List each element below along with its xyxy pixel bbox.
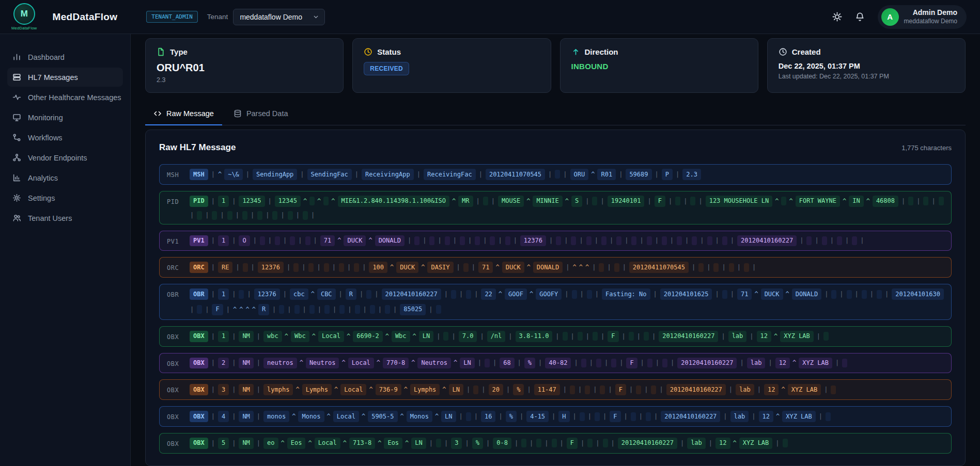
field-value-chip[interactable]: F [608, 331, 618, 342]
field-value-chip[interactable]: 85025 [400, 304, 426, 315]
field-value-chip[interactable]: 3 [218, 384, 229, 395]
field-value-chip[interactable]: 7.0 [459, 331, 477, 342]
field-value-chip[interactable]: RE [218, 262, 232, 273]
field-value-chip[interactable]: Monos [407, 411, 432, 422]
field-value-chip[interactable]: 16 [481, 411, 495, 422]
field-value-chip[interactable]: P [662, 169, 673, 180]
sidebar-item-analytics[interactable]: Analytics [7, 168, 123, 187]
field-value-chip[interactable]: SendingFac [307, 169, 352, 180]
field-value-chip[interactable]: neutros [263, 358, 297, 369]
field-value-chip[interactable]: 20120411070545 [486, 169, 545, 180]
field-value-chip[interactable]: 2.3 [682, 169, 701, 180]
field-value-chip[interactable]: Wbc [291, 331, 309, 342]
segment-name-chip[interactable]: ORC [190, 262, 208, 273]
field-value-chip[interactable]: F [615, 384, 626, 395]
field-value-chip[interactable]: % [524, 358, 535, 369]
field-value-chip[interactable]: 201204101630 [892, 288, 944, 300]
field-value-chip[interactable]: 0-8 [493, 438, 511, 449]
field-value-chip[interactable]: 6690-2 [353, 331, 382, 342]
field-value-chip[interactable]: XYZ LAB [799, 358, 832, 369]
field-value-chip[interactable]: MINNIE [533, 196, 562, 207]
field-value-chip[interactable]: 5 [218, 438, 229, 449]
field-value-chip[interactable]: 71 [478, 262, 493, 273]
field-value-chip[interactable]: ORU [570, 169, 589, 180]
sidebar-item-monitoring[interactable]: Monitoring [7, 108, 123, 127]
field-value-chip[interactable]: lymphs [263, 384, 293, 395]
field-value-chip[interactable]: CBC [317, 288, 336, 300]
segment-name-chip[interactable]: OBX [190, 411, 208, 422]
field-value-chip[interactable]: O [239, 235, 250, 247]
field-value-chip[interactable]: 123 MOUSEHOLE LN [706, 196, 773, 207]
field-value-chip[interactable]: 100 [369, 262, 387, 273]
field-value-chip[interactable]: Lymphs [302, 384, 332, 395]
field-value-chip[interactable]: Local [333, 411, 359, 422]
field-value-chip[interactable]: DASIY [427, 262, 453, 273]
field-value-chip[interactable]: lab [736, 384, 754, 395]
field-value-chip[interactable]: GOOFY [536, 288, 562, 300]
field-value-chip[interactable]: cbc [290, 288, 308, 300]
field-value-chip[interactable]: F [626, 358, 637, 369]
field-value-chip[interactable]: S [571, 196, 582, 207]
segment-row-obx[interactable]: OBXOBX|1|NM|wbc^Wbc^Local^6690-2^Wbc^LN|… [159, 326, 952, 347]
field-value-chip[interactable]: 1 [218, 331, 229, 342]
sidebar-item-workflows[interactable]: Workflows [7, 128, 123, 147]
segment-name-chip[interactable]: OBX [190, 358, 208, 369]
field-value-chip[interactable]: LN [449, 384, 463, 395]
sidebar-item-hl7-messages[interactable]: HL7 Messages [7, 68, 123, 87]
field-value-chip[interactable]: 713-8 [349, 438, 375, 449]
field-value-chip[interactable]: 12 [775, 358, 790, 369]
field-value-chip[interactable]: Local [315, 438, 340, 449]
field-value-chip[interactable]: 12345 [275, 196, 301, 207]
segment-row-obr[interactable]: OBROBR|1||12376|cbc^CBC|R||2012041016022… [159, 284, 952, 320]
field-value-chip[interactable]: % [513, 384, 524, 395]
field-value-chip[interactable]: Eos [287, 438, 306, 449]
user-menu[interactable]: A Admin Demo meddataflow Demo [878, 5, 967, 29]
field-value-chip[interactable]: 12 [759, 411, 773, 422]
field-value-chip[interactable]: F [655, 196, 665, 207]
segment-row-obx[interactable]: OBXOBX|3|NM|lymphs^Lymphs^Local^736-9^Ly… [159, 379, 952, 400]
segment-name-chip[interactable]: MSH [190, 169, 208, 180]
field-value-chip[interactable]: Local [340, 384, 366, 395]
field-value-chip[interactable]: 1 [218, 235, 229, 247]
field-value-chip[interactable]: 12 [764, 384, 779, 395]
segment-row-obx[interactable]: OBXOBX|4|NM|monos^Monos^Local^5905-5^Mon… [159, 406, 952, 427]
field-value-chip[interactable]: 20120410160227 [677, 358, 737, 369]
field-value-chip[interactable]: Wbc [392, 331, 410, 342]
field-value-chip[interactable]: 736-9 [376, 384, 401, 395]
field-value-chip[interactable]: 20120410160227 [659, 331, 718, 342]
field-value-chip[interactable]: Local [348, 358, 374, 369]
field-value-chip[interactable]: Lymphs [410, 384, 440, 395]
field-value-chip[interactable]: LN [460, 358, 474, 369]
segment-row-orc[interactable]: ORCORC|RE||12376||||||100^DUCK^DASIY||71… [159, 257, 952, 278]
segment-name-chip[interactable]: OBX [190, 384, 208, 395]
field-value-chip[interactable]: 2 [218, 358, 229, 369]
field-value-chip[interactable]: F [610, 411, 620, 422]
field-value-chip[interactable]: lab [730, 411, 749, 422]
field-value-chip[interactable]: 20120410160227 [661, 411, 720, 422]
field-value-chip[interactable]: 1 [218, 288, 229, 300]
field-value-chip[interactable]: 201204101625 [660, 288, 712, 300]
field-value-chip[interactable]: % [506, 411, 517, 422]
field-value-chip[interactable]: DUCK [761, 288, 783, 300]
field-value-chip[interactable]: NM [239, 384, 253, 395]
field-value-chip[interactable]: NM [239, 358, 253, 369]
sidebar-item-vendor-endpoints[interactable]: Vendor Endpoints [7, 148, 123, 167]
segment-name-chip[interactable]: OBR [190, 288, 208, 300]
field-value-chip[interactable]: eo [263, 438, 278, 449]
field-value-chip[interactable]: 20120410160227 [666, 384, 726, 395]
field-value-chip[interactable]: 20120410160227 [382, 288, 441, 300]
field-value-chip[interactable]: MOUSE [498, 196, 524, 207]
field-value-chip[interactable]: DONALD [792, 288, 821, 300]
field-value-chip[interactable]: 40-82 [545, 358, 571, 369]
notifications-button[interactable] [851, 8, 869, 26]
field-value-chip[interactable]: % [472, 438, 483, 449]
field-value-chip[interactable]: MIE&1.2.840.114398.1.100&ISO [338, 196, 449, 207]
field-value-chip[interactable]: DUCK [502, 262, 524, 273]
field-value-chip[interactable]: Monos [298, 411, 324, 422]
field-value-chip[interactable]: monos [263, 411, 289, 422]
field-value-chip[interactable]: XYZ LAB [780, 331, 814, 342]
segment-name-chip[interactable]: PV1 [190, 235, 208, 247]
field-value-chip[interactable]: NM [239, 331, 253, 342]
field-value-chip[interactable]: 12376 [254, 288, 280, 300]
field-value-chip[interactable]: 22 [481, 288, 495, 300]
